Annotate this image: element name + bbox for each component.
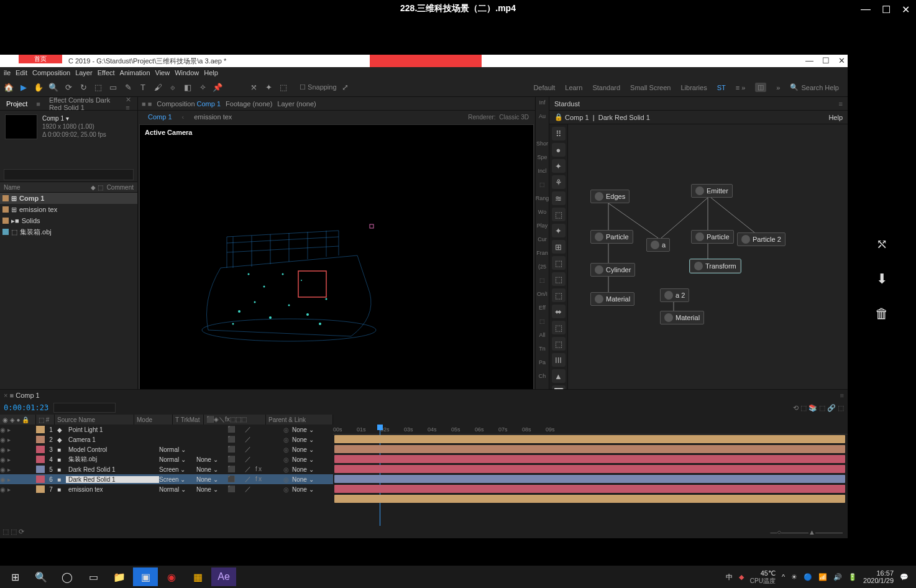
axis-local-icon[interactable]: ⤧ <box>247 81 260 94</box>
puppet-tool-icon[interactable]: 📌 <box>211 81 224 94</box>
tab-footage[interactable]: Footage (none) <box>226 100 272 108</box>
breadcrumb-emission[interactable]: emission tex <box>190 112 236 122</box>
menu-effect[interactable]: Effect <box>98 69 115 76</box>
pen-tool-icon[interactable]: ✎ <box>122 81 134 94</box>
panel-tab[interactable]: Spe <box>537 154 547 164</box>
breadcrumb-comp1[interactable]: Comp 1 <box>144 112 176 122</box>
project-item[interactable]: ▸■Solids <box>0 215 137 226</box>
stardust-node-cylinder[interactable]: Cylinder <box>590 263 635 277</box>
axis-view-icon[interactable]: ⬚ <box>277 81 290 94</box>
sd-light-icon[interactable]: ⬚ <box>552 272 566 286</box>
ae-minimize-button[interactable]: — <box>805 56 813 65</box>
project-item[interactable]: ⬚集装箱.obj <box>0 226 137 237</box>
share-icon[interactable]: ⤲ <box>876 236 887 252</box>
panel-tab-info[interactable]: Inf <box>539 99 545 109</box>
timeline-layer-row[interactable]: ◉ ▸5■Dark Red Solid 1Screen ⌄None ⌄⬛ ／ f… <box>0 464 333 474</box>
sd-turbulence-icon[interactable]: ⚘ <box>552 175 566 189</box>
selection-tool-icon[interactable]: ▶ <box>17 81 30 94</box>
panel-tab[interactable]: ⬚ <box>539 318 545 328</box>
tab-stardust[interactable]: Stardust <box>554 100 580 108</box>
timeline-layer-row[interactable]: ◉ ▸1◆Point Light 1⬛ ／◎None ⌄ <box>0 425 333 434</box>
tray-icon[interactable]: 🔵 <box>804 573 812 581</box>
sd-emitter-icon[interactable]: ⠿ <box>552 127 566 140</box>
panel-tab[interactable]: Ch <box>539 373 546 383</box>
tray-overflow-icon[interactable]: ^ <box>782 573 785 581</box>
home-icon[interactable]: 🏠 <box>2 81 15 94</box>
col-source-name[interactable]: Source Name <box>55 415 134 425</box>
taskbar-app-notes[interactable]: ▦ <box>185 567 210 586</box>
workspace-overflow-icon[interactable]: ≡ » <box>736 84 746 91</box>
sd-field-icon[interactable]: ≋ <box>552 191 566 205</box>
sd-replica-icon[interactable]: ✦ <box>552 224 566 237</box>
cpu-temp-widget[interactable]: 45℃ CPU温度 <box>750 569 776 584</box>
taskbar-app-blue[interactable]: ▣ <box>133 567 158 586</box>
tray-icon[interactable]: ◆ <box>739 573 744 581</box>
sd-connect-icon[interactable]: ⬌ <box>552 305 566 318</box>
workspace-default[interactable]: Default <box>533 84 555 91</box>
panel-tab[interactable]: ⬚ <box>539 181 545 191</box>
roto-tool-icon[interactable]: ✧ <box>196 81 209 94</box>
rect-tool-icon[interactable]: ▭ <box>107 81 119 94</box>
zoom-tool-icon[interactable]: 🔍 <box>47 81 60 94</box>
col-comment[interactable]: Comment <box>107 184 134 191</box>
timeline-current-time[interactable]: 0:00:01:23 <box>4 403 48 412</box>
tray-volume-icon[interactable]: 🔊 <box>833 573 842 581</box>
ae-maximize-button[interactable]: ☐ <box>822 56 830 65</box>
ime-indicator[interactable]: 中 <box>726 572 733 582</box>
tray-wifi-icon[interactable]: 📶 <box>818 573 827 581</box>
stardust-node-material1[interactable]: Material <box>590 292 634 306</box>
project-search-input[interactable] <box>4 169 134 180</box>
player-maximize-button[interactable]: ☐ <box>882 4 891 16</box>
stardust-node-particle2[interactable]: Particle <box>691 230 734 244</box>
menu-file[interactable]: ile <box>4 69 11 76</box>
download-icon[interactable]: ⬇ <box>876 271 887 287</box>
panel-tab[interactable]: Pa <box>539 359 546 369</box>
panel-tab[interactable]: Tn <box>539 346 546 356</box>
project-item[interactable]: ⊞emission tex <box>0 204 137 215</box>
orbit-tool-icon[interactable]: ⟳ <box>62 81 75 94</box>
stardust-node-emitter[interactable]: Emitter <box>691 184 733 198</box>
overflow-panel-icon[interactable]: ◫ <box>755 83 766 92</box>
delete-icon[interactable]: 🗑 <box>875 306 889 322</box>
timeline-layer-row[interactable]: ◉ ▸6■Dark Red Solid 1Screen ⌄None ⌄⬛ ／ f… <box>0 474 333 484</box>
layer-bar[interactable] <box>334 475 845 483</box>
panel-tab[interactable]: On/I <box>537 291 547 301</box>
ae-close-button[interactable]: ✕ <box>838 56 845 65</box>
sd-transform-icon[interactable]: ⊞ <box>552 240 566 254</box>
sd-particle-icon[interactable]: ● <box>552 143 566 157</box>
sd-model-icon[interactable]: ⬚ <box>552 208 566 221</box>
text-tool-icon[interactable]: T <box>137 81 149 94</box>
workspace-st[interactable]: ST <box>717 84 726 91</box>
panel-tab[interactable]: Fran <box>536 250 548 260</box>
timeline-layer-row[interactable]: ◉ ▸2◆Camera 1⬛ ／◎None ⌄ <box>0 434 333 444</box>
tab-layer[interactable]: Layer (none) <box>277 100 316 108</box>
sd-misc-icon[interactable]: ⬚ <box>552 321 566 334</box>
sd-grid-icon[interactable]: III <box>552 353 566 367</box>
col-mode[interactable]: Mode <box>134 415 173 425</box>
rotate-tool-icon[interactable]: ↻ <box>77 81 89 94</box>
timeline-bars-area[interactable]: 00s01s02s03s04s05s06s07s08s09s <box>333 425 848 526</box>
workspace-standard[interactable]: Standard <box>592 84 620 91</box>
menu-view[interactable]: View <box>155 69 170 76</box>
panel-tab[interactable]: Play <box>537 223 548 232</box>
panel-tab[interactable]: ⬚ <box>539 277 545 287</box>
pan-behind-tool-icon[interactable]: ⬚ <box>92 81 104 94</box>
stardust-node-a2[interactable]: a 2 <box>660 288 689 302</box>
netease-music-icon[interactable]: ◉ <box>159 567 184 586</box>
col-name[interactable]: Name <box>4 184 21 191</box>
task-view-button[interactable]: ◯ <box>55 567 80 586</box>
hand-tool-icon[interactable]: ✋ <box>32 81 45 94</box>
panel-tab[interactable]: Rang <box>536 195 549 205</box>
timeline-layer-row[interactable]: ◉ ▸4■集装箱.objNormal ⌄None ⌄⬛ ／◎None ⌄ <box>0 454 333 464</box>
timeline-search-input[interactable] <box>53 403 116 413</box>
timeline-footer-icons[interactable]: ⬚ ⬚ ⟳ <box>2 528 24 536</box>
workspace-learn[interactable]: Learn <box>565 84 582 91</box>
timeline-zoom-slider[interactable]: —○————▲———— <box>770 528 843 536</box>
lock-icon[interactable]: 🔒 <box>554 113 563 121</box>
taskbar-clock[interactable]: 16:57 2020/1/29 <box>863 569 894 584</box>
layer-bar[interactable] <box>334 445 845 453</box>
layer-bar[interactable] <box>334 485 845 493</box>
project-item[interactable]: ⊞Comp 1 <box>0 193 137 204</box>
sd-group-icon[interactable]: ⬚ <box>552 256 566 270</box>
stardust-node-transform[interactable]: Transform <box>690 259 741 273</box>
